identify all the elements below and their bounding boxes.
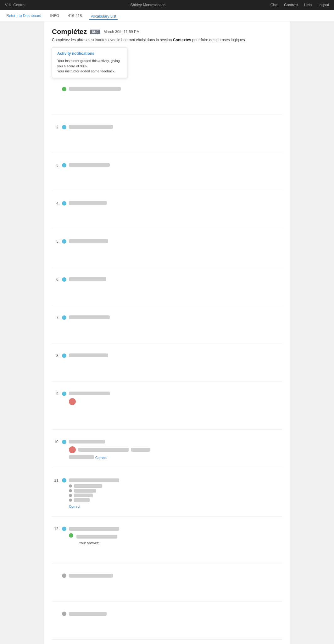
q2-text xyxy=(69,125,113,129)
question-row-8: 8. xyxy=(52,351,282,360)
q14-number xyxy=(52,611,59,612)
sub-navigation: Return to Dashboard INFO 416-418 Vocabul… xyxy=(0,10,334,21)
notification-box: Activity notifications Your instructor g… xyxy=(52,47,127,78)
question-block-5: 5. xyxy=(52,237,282,267)
question-block-14 xyxy=(52,609,282,640)
question-block-1 xyxy=(52,84,282,115)
q5-content xyxy=(69,239,282,243)
due-date: March 30th 11:59 PM xyxy=(103,30,140,34)
main-content: Complétez DUE March 30th 11:59 PM Complé… xyxy=(44,21,290,644)
q6-content xyxy=(69,277,282,281)
q10-number: 10. xyxy=(52,439,59,444)
question-block-13 xyxy=(52,571,282,602)
q11-dot xyxy=(62,478,66,483)
q7-text xyxy=(69,315,110,319)
q1-content xyxy=(69,86,282,91)
question-row-10: 10. Correct xyxy=(52,437,282,462)
help-link[interactable]: Help xyxy=(304,3,312,7)
q7-content xyxy=(69,315,282,319)
question-block-8: 8. xyxy=(52,351,282,381)
q2-content xyxy=(69,124,282,129)
question-row-9: 9. xyxy=(52,389,282,408)
brand-name: VHL Central xyxy=(5,3,25,7)
contrast-link[interactable]: Contrast xyxy=(284,3,298,7)
q4-content xyxy=(69,201,282,205)
q11-subitem-3 xyxy=(69,494,282,497)
q11-content: Correct xyxy=(69,477,282,509)
q11-correct-link[interactable]: Correct xyxy=(69,505,80,508)
notification-line1: Your instructor graded this activity, gi… xyxy=(57,58,122,69)
q11-subitem-4 xyxy=(69,498,282,502)
question-block-9: 9. xyxy=(52,389,282,430)
q9-text xyxy=(69,392,110,395)
q1-number xyxy=(52,86,59,87)
q12-number: 12. xyxy=(52,526,59,531)
q5-dot xyxy=(62,239,66,244)
instructions: Complétez les phrases suivantes avec le … xyxy=(52,38,282,42)
tab-info[interactable]: INFO xyxy=(49,11,60,20)
question-row-14 xyxy=(52,609,282,618)
q6-number: 6. xyxy=(52,277,59,282)
question-block-3: 3. xyxy=(52,161,282,191)
question-block-11: 11. xyxy=(52,476,282,517)
q8-content xyxy=(69,353,282,358)
q12-content: Your answer: xyxy=(69,526,282,546)
q14-text xyxy=(69,612,107,616)
question-row-1 xyxy=(52,84,282,93)
q6-text xyxy=(69,277,106,281)
q14-dot xyxy=(62,612,66,616)
q9-dot xyxy=(62,392,66,396)
q9-number: 9. xyxy=(52,391,59,396)
question-block-4: 4. xyxy=(52,199,282,229)
q11-subitem-2 xyxy=(69,489,282,493)
q11-number: 11. xyxy=(52,477,59,483)
q10-correct-link[interactable]: Correct xyxy=(95,456,107,460)
q9-content xyxy=(69,391,282,406)
q7-dot xyxy=(62,315,66,320)
top-navigation: VHL Central Shirley Montesdeoca Chat Con… xyxy=(0,0,334,10)
question-row-12: 12. Your answer: xyxy=(52,524,282,548)
q3-content xyxy=(69,162,282,167)
question-row-7: 7. xyxy=(52,313,282,322)
q12-text xyxy=(69,527,119,531)
logout-link[interactable]: Logout xyxy=(317,3,329,7)
q2-dot xyxy=(62,125,66,129)
q12-your-answer-label: Your answer: xyxy=(79,541,282,545)
q11-text xyxy=(69,478,119,482)
q3-number: 3. xyxy=(52,162,59,167)
q4-text xyxy=(69,201,107,205)
q3-dot xyxy=(62,163,66,167)
q5-number: 5. xyxy=(52,239,59,244)
q7-number: 7. xyxy=(52,315,59,320)
question-row-11: 11. xyxy=(52,476,282,511)
chat-link[interactable]: Chat xyxy=(270,3,278,7)
top-nav-links: Chat Contrast Help Logout xyxy=(270,3,329,7)
due-badge: DUE xyxy=(90,30,100,34)
notification-title: Activity notifications xyxy=(57,51,122,56)
q4-number: 4. xyxy=(52,201,59,206)
question-row-2: 2. xyxy=(52,122,282,131)
notification-line2: Your instructor added some feedback. xyxy=(57,69,122,74)
return-to-dashboard-link[interactable]: Return to Dashboard xyxy=(5,11,42,20)
tab-vocabulary-list[interactable]: Vocabulary List xyxy=(89,12,117,20)
question-row-3: 3. xyxy=(52,161,282,169)
tab-416-418[interactable]: 416-418 xyxy=(67,11,83,20)
q4-dot xyxy=(62,201,66,206)
question-row-5: 5. xyxy=(52,237,282,246)
instructions-bold: Contextes xyxy=(173,38,191,42)
question-row-6: 6. xyxy=(52,275,282,284)
q11-subitem-1 xyxy=(69,484,282,488)
q14-content xyxy=(69,611,282,616)
q10-text xyxy=(69,440,105,443)
question-block-6: 6. xyxy=(52,275,282,305)
q6-dot xyxy=(62,277,66,282)
page-title-row: Complétez DUE March 30th 11:59 PM xyxy=(52,28,282,36)
q8-dot xyxy=(62,353,66,358)
q13-dot xyxy=(62,573,66,578)
q13-content xyxy=(69,573,282,578)
q1-text xyxy=(69,87,121,91)
question-row-4: 4. xyxy=(52,199,282,207)
question-block-12: 12. Your answer: xyxy=(52,524,282,563)
question-row-13 xyxy=(52,571,282,580)
q3-text xyxy=(69,163,110,167)
